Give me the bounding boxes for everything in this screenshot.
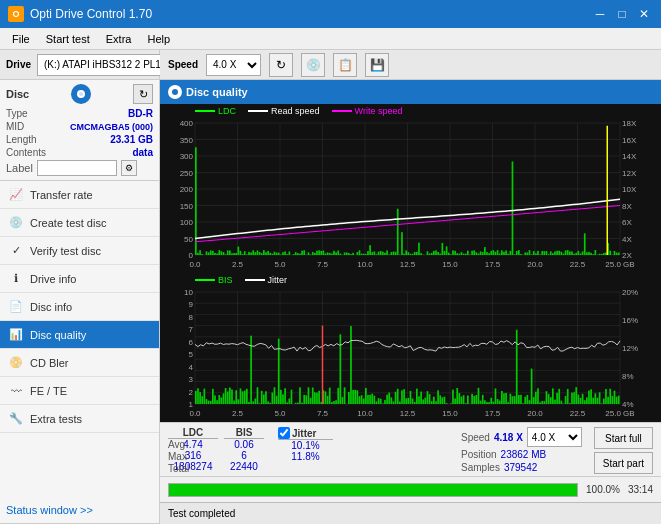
sidebar-item-cd-bler[interactable]: 📀 CD Bler	[0, 349, 159, 377]
bottom-chart-legend: BIS Jitter	[160, 273, 661, 287]
jitter-checkbox[interactable]	[278, 427, 290, 439]
stats-panel: LDC 4.74 316 1808274 BIS 0.06 6 22440	[160, 422, 661, 478]
legend-jitter: Jitter	[245, 275, 288, 285]
disc-contents-label: Contents	[6, 147, 46, 158]
disc-section-title: Disc	[6, 88, 29, 100]
disc-label-input[interactable]	[37, 160, 117, 176]
title-bar: O Opti Drive Control 1.70 ─ □ ✕	[0, 0, 661, 28]
disc-length-value: 23.31 GB	[110, 134, 153, 145]
top-chart-canvas	[160, 118, 650, 273]
action-buttons: Start full Start part	[594, 427, 653, 474]
disc-mid-label: MID	[6, 121, 24, 132]
sidebar-item-transfer-rate[interactable]: 📈 Transfer rate	[0, 181, 159, 209]
legend-read-speed: Read speed	[248, 106, 320, 116]
app-title: Opti Drive Control 1.70	[30, 7, 152, 21]
sidebar: Drive (K:) ATAPI iHBS312 2 PL17 ⏏ Disc ↻…	[0, 50, 160, 524]
time-text: 33:14	[628, 484, 653, 495]
disc-quality-header: Disc quality	[160, 80, 661, 104]
menu-start-test[interactable]: Start test	[38, 31, 98, 47]
app-icon: O	[8, 6, 24, 22]
sidebar-item-fe-te[interactable]: 〰 FE / TE	[0, 377, 159, 405]
disc-section: Disc ↻ Type BD-R MID CMCMAGBA5 (000) Len…	[0, 80, 159, 181]
bottom-chart-wrapper: BIS Jitter	[160, 273, 661, 422]
save-button[interactable]: 💾	[365, 53, 389, 77]
chart-icon: 📈	[8, 187, 24, 203]
status-bar: Test completed	[160, 502, 661, 524]
disc-action-button1[interactable]: 💿	[301, 53, 325, 77]
status-window-label: Status window >>	[6, 504, 93, 516]
start-part-button[interactable]: Start part	[594, 452, 653, 474]
sidebar-item-verify-test-disc[interactable]: ✓ Verify test disc	[0, 237, 159, 265]
jitter-stats: Jitter 10.1% 11.8%	[278, 427, 333, 462]
menu-help[interactable]: Help	[139, 31, 178, 47]
legend-write-speed: Write speed	[332, 106, 403, 116]
cd-bler-icon: 📀	[8, 355, 24, 371]
nav-items: 📈 Transfer rate 💿 Create test disc ✓ Ver…	[0, 181, 159, 496]
disc-length-label: Length	[6, 134, 37, 145]
top-chart-wrapper: LDC Read speed Write speed	[160, 104, 661, 273]
create-disc-icon: 💿	[8, 215, 24, 231]
disc-quality-icon-header	[168, 85, 182, 99]
title-bar-controls: ─ □ ✕	[591, 5, 653, 23]
progress-bar-container	[168, 483, 578, 497]
disc-icon	[71, 84, 91, 104]
drive-label: Drive	[6, 59, 31, 70]
disc-refresh-button[interactable]: ↻	[133, 84, 153, 104]
row-labels: Avg Max Total	[168, 439, 189, 474]
status-window-nav[interactable]: Status window >>	[0, 496, 159, 524]
maximize-button[interactable]: □	[613, 5, 631, 23]
disc-type-value: BD-R	[128, 108, 153, 119]
speed-dropdown[interactable]: 4.0 X	[206, 54, 261, 76]
sidebar-item-create-test-disc[interactable]: 💿 Create test disc	[0, 209, 159, 237]
disc-quality-icon: 📊	[8, 327, 24, 343]
extra-tests-icon: 🔧	[8, 411, 24, 427]
disc-info-icon: 📄	[8, 299, 24, 315]
legend-ldc: LDC	[195, 106, 236, 116]
top-chart-legend: LDC Read speed Write speed	[160, 104, 661, 118]
disc-action-button2[interactable]: 📋	[333, 53, 357, 77]
speed-label: Speed	[168, 59, 198, 70]
speed-stats: Speed 4.18 X 4.0 X Position 23862 MB Sam…	[461, 427, 582, 473]
menu-file[interactable]: File	[4, 31, 38, 47]
disc-quality-title: Disc quality	[186, 86, 248, 98]
status-text: Test completed	[168, 508, 235, 519]
sidebar-item-disc-quality[interactable]: 📊 Disc quality	[0, 321, 159, 349]
disc-label-button[interactable]: ⚙	[121, 160, 137, 176]
disc-label-field-label: Label	[6, 162, 33, 174]
sidebar-item-disc-info[interactable]: 📄 Disc info	[0, 293, 159, 321]
legend-bis: BIS	[195, 275, 233, 285]
progress-text: 100.0%	[586, 484, 620, 495]
disc-contents-value: data	[132, 147, 153, 158]
disc-type-label: Type	[6, 108, 28, 119]
drive-info-icon: ℹ	[8, 271, 24, 287]
speed-refresh-button[interactable]: ↻	[269, 53, 293, 77]
disc-mid-value: CMCMAGBA5 (000)	[70, 122, 153, 132]
drive-section: Drive (K:) ATAPI iHBS312 2 PL17 ⏏	[0, 50, 159, 80]
progress-bar-fill	[169, 484, 577, 496]
fe-te-icon: 〰	[8, 383, 24, 399]
bottom-chart-canvas	[160, 287, 650, 422]
sidebar-item-extra-tests[interactable]: 🔧 Extra tests	[0, 405, 159, 433]
stats-speed-dropdown[interactable]: 4.0 X	[527, 427, 582, 447]
verify-icon: ✓	[8, 243, 24, 259]
start-full-button[interactable]: Start full	[594, 427, 653, 449]
close-button[interactable]: ✕	[635, 5, 653, 23]
content-header: Speed 4.0 X ↻ 💿 📋 💾	[160, 50, 661, 80]
sidebar-item-drive-info[interactable]: ℹ Drive info	[0, 265, 159, 293]
minimize-button[interactable]: ─	[591, 5, 609, 23]
chart-area: LDC Read speed Write speed	[160, 104, 661, 476]
bottom-bar: 100.0% 33:14	[160, 476, 661, 502]
menu-extra[interactable]: Extra	[98, 31, 140, 47]
bis-stats: BIS 0.06 6 22440	[224, 427, 264, 472]
menu-bar: File Start test Extra Help	[0, 28, 661, 50]
content-area: Speed 4.0 X ↻ 💿 📋 💾 Disc quality	[160, 50, 661, 524]
